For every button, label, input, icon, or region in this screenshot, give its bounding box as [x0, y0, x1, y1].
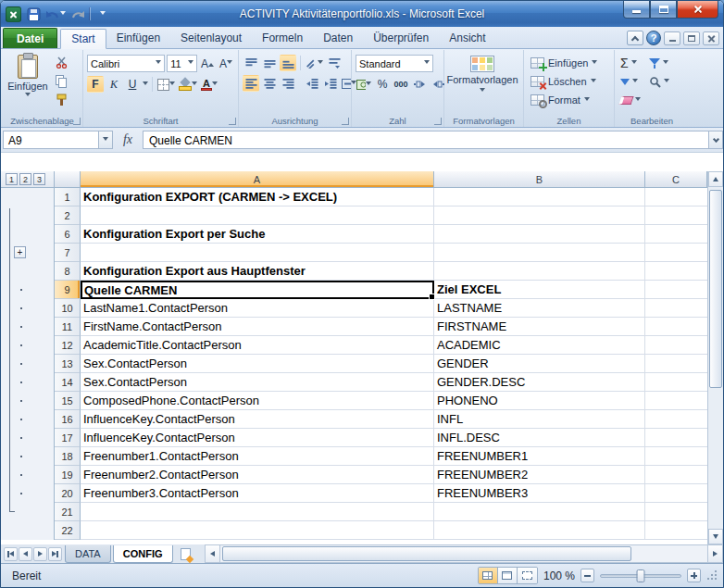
undo-button[interactable]: [45, 5, 66, 23]
decrease-indent-button[interactable]: [304, 75, 320, 92]
align-left-button[interactable]: [243, 75, 259, 92]
cell-c2[interactable]: [645, 206, 707, 225]
font-name-combo[interactable]: Calibri: [87, 55, 165, 72]
cell-c16[interactable]: [645, 410, 707, 429]
cell-a15[interactable]: ComposedPhone.ContactPerson: [81, 392, 434, 410]
row-header-15[interactable]: 15: [55, 392, 81, 410]
cell-b12[interactable]: ACADEMIC: [434, 336, 645, 355]
cell-b6[interactable]: [434, 225, 645, 244]
cell-a10[interactable]: LastName1.ContactPerson: [81, 299, 434, 318]
save-button[interactable]: [25, 5, 42, 23]
row-header-10[interactable]: 10: [55, 299, 81, 318]
vertical-scroll-track[interactable]: [708, 187, 723, 529]
tab-formeln[interactable]: Formeln: [252, 28, 313, 48]
cell-c19[interactable]: [645, 466, 707, 484]
cell-c21[interactable]: [645, 503, 707, 521]
font-size-combo[interactable]: 11: [167, 55, 197, 72]
cell-a18[interactable]: Freenumber1.ContactPerson: [81, 447, 434, 466]
cell-c10[interactable]: [645, 299, 707, 318]
align-center-button[interactable]: [261, 75, 278, 92]
tab-seitenlayout[interactable]: Seitenlayout: [170, 28, 252, 48]
cell-c17[interactable]: [645, 429, 707, 447]
cell-a1[interactable]: Konfiguration EXPORT (CARMEN -> EXCEL): [81, 188, 434, 206]
last-sheet-button[interactable]: [48, 547, 62, 561]
cell-c1[interactable]: [645, 188, 707, 206]
page-layout-view-button[interactable]: [498, 568, 518, 583]
cell-c8[interactable]: [645, 262, 707, 281]
fill-color-button[interactable]: [178, 76, 198, 93]
outline-level-3-button[interactable]: 3: [33, 173, 45, 185]
select-all-corner[interactable]: [55, 171, 81, 188]
row-header-7[interactable]: 7: [55, 244, 81, 262]
cell-a9-selected[interactable]: Quelle CARMEN: [81, 281, 434, 299]
undo-dropdown-icon[interactable]: [60, 11, 66, 18]
vertical-scroll-thumb[interactable]: [709, 190, 722, 388]
tab-daten[interactable]: Daten: [313, 28, 363, 48]
scroll-down-button[interactable]: [708, 529, 723, 544]
name-box-dropdown[interactable]: [99, 131, 113, 149]
cell-c15[interactable]: [645, 392, 707, 410]
horizontal-scrollbar[interactable]: [205, 544, 724, 563]
cell-c11[interactable]: [645, 318, 707, 336]
comma-style-button[interactable]: 000: [393, 76, 409, 93]
cell-b2[interactable]: [434, 206, 645, 225]
cell-a22[interactable]: [81, 521, 434, 540]
row-header-18[interactable]: 18: [55, 447, 81, 466]
cell-b11[interactable]: FIRSTNAME: [434, 318, 645, 336]
cell-c18[interactable]: [645, 447, 707, 466]
name-box[interactable]: A9: [3, 131, 99, 149]
column-header-c[interactable]: C: [645, 171, 707, 188]
cell-a6[interactable]: Konfiguration Export per Suche: [81, 225, 434, 244]
grow-font-button[interactable]: A: [199, 56, 216, 72]
cell-c6[interactable]: [645, 225, 707, 244]
help-button[interactable]: ?: [646, 31, 661, 45]
cell-a2[interactable]: [81, 206, 434, 225]
insert-worksheet-button[interactable]: [175, 545, 197, 563]
cell-b15[interactable]: PHONENO: [434, 392, 645, 410]
maximize-button[interactable]: [650, 1, 677, 19]
cell-b19[interactable]: FREENUMBER2: [434, 466, 645, 484]
cell-b1[interactable]: [434, 188, 645, 206]
row-header-22[interactable]: 22: [55, 521, 81, 540]
page-break-view-button[interactable]: [518, 568, 537, 583]
cell-a17[interactable]: InfluenceKey.ContactPerson: [81, 429, 434, 447]
previous-sheet-button[interactable]: [19, 547, 32, 561]
row-header-17[interactable]: 17: [55, 429, 81, 447]
file-tab[interactable]: Datei: [3, 28, 57, 48]
copy-button[interactable]: [52, 72, 70, 90]
cell-a21[interactable]: [81, 503, 434, 521]
format-cells-button[interactable]: Format: [528, 91, 610, 109]
row-header-14[interactable]: 14: [55, 373, 81, 392]
cell-b18[interactable]: FREENUMBER1: [434, 447, 645, 466]
expand-formula-bar-button[interactable]: [708, 131, 723, 149]
workbook-close-button[interactable]: [703, 31, 719, 45]
align-top-button[interactable]: [243, 55, 259, 71]
row-header-8[interactable]: 8: [55, 262, 81, 281]
outline-expand-button[interactable]: +: [14, 246, 26, 258]
formula-input[interactable]: Quelle CARMEN: [143, 131, 708, 149]
cell-a11[interactable]: FirstName.ContactPerson: [81, 318, 434, 336]
cell-c22[interactable]: [645, 521, 707, 540]
outline-level-1-button[interactable]: 1: [6, 173, 18, 185]
next-sheet-button[interactable]: [33, 547, 47, 561]
cell-b17[interactable]: INFL.DESC: [434, 429, 645, 447]
vertical-scrollbar[interactable]: [707, 171, 723, 544]
cell-b21[interactable]: [434, 503, 645, 521]
cell-c20[interactable]: [645, 484, 707, 503]
cell-styles-button[interactable]: Formatvorlagen: [448, 52, 517, 94]
zoom-slider-thumb[interactable]: [637, 569, 645, 582]
minimize-ribbon-button[interactable]: [627, 31, 643, 45]
increase-decimal-button[interactable]: [411, 76, 428, 93]
cell-a13[interactable]: Sex.ContactPerson: [81, 355, 434, 373]
cell-b8[interactable]: [434, 262, 645, 281]
row-header-20[interactable]: 20: [55, 484, 81, 503]
row-header-2[interactable]: 2: [55, 206, 81, 225]
scroll-left-button[interactable]: [205, 544, 220, 563]
row-header-9[interactable]: 9: [55, 281, 81, 299]
orientation-button[interactable]: [305, 55, 324, 71]
find-select-button[interactable]: [647, 73, 671, 90]
sort-filter-button[interactable]: [647, 55, 671, 71]
shrink-font-button[interactable]: A: [218, 56, 234, 72]
row-header-16[interactable]: 16: [55, 410, 81, 429]
bold-button[interactable]: F: [87, 76, 104, 93]
